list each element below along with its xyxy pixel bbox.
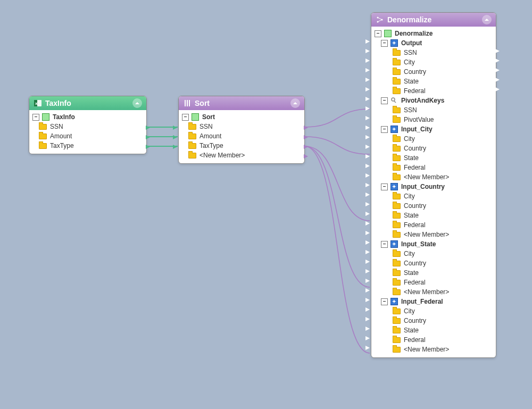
- field-row[interactable]: TaxType: [29, 141, 146, 151]
- output-port[interactable]: [495, 78, 501, 81]
- field-row[interactable]: Country: [371, 316, 496, 325]
- output-port[interactable]: [495, 49, 501, 53]
- input-port[interactable]: [365, 116, 371, 120]
- input-port[interactable]: [365, 87, 371, 91]
- section-row[interactable]: –✦Input_Country: [371, 182, 496, 191]
- collapse-toggle[interactable]: –: [182, 114, 189, 121]
- output-port[interactable]: [495, 59, 501, 62]
- node-sort[interactable]: Sort – Sort SSNAmountTaxType<New Member>: [178, 96, 305, 164]
- collapse-toggle[interactable]: –: [381, 126, 388, 133]
- input-port[interactable]: [365, 336, 371, 340]
- field-row[interactable]: Federal: [371, 278, 496, 287]
- tree-root[interactable]: – Sort: [179, 112, 304, 122]
- input-port[interactable]: [365, 279, 371, 282]
- input-port[interactable]: [365, 260, 371, 263]
- input-port[interactable]: [365, 250, 371, 254]
- field-row[interactable]: State: [371, 268, 496, 278]
- output-port[interactable]: [304, 154, 309, 158]
- field-row[interactable]: Country: [371, 201, 496, 211]
- input-port[interactable]: [365, 59, 371, 62]
- input-port[interactable]: [365, 164, 371, 168]
- field-row[interactable]: State: [371, 153, 496, 163]
- field-row[interactable]: City: [371, 57, 496, 67]
- field-row[interactable]: Federal: [371, 220, 496, 230]
- input-port[interactable]: [365, 39, 371, 43]
- input-port[interactable]: [365, 269, 371, 273]
- field-row[interactable]: State: [371, 325, 496, 335]
- input-port[interactable]: [365, 183, 371, 187]
- input-port[interactable]: [365, 202, 371, 206]
- collapse-toggle[interactable]: –: [375, 30, 381, 37]
- input-port[interactable]: [365, 288, 371, 292]
- input-port[interactable]: [365, 346, 371, 349]
- field-row[interactable]: <New Member>: [371, 230, 496, 239]
- node-denormalize-header[interactable]: Denormalize: [371, 13, 496, 27]
- collapse-button[interactable]: [482, 15, 492, 24]
- field-row[interactable]: City: [371, 249, 496, 258]
- input-port[interactable]: [365, 327, 371, 330]
- field-row[interactable]: <New Member>: [371, 345, 496, 354]
- collapse-toggle[interactable]: –: [32, 114, 39, 121]
- input-port[interactable]: [173, 145, 178, 148]
- field-row[interactable]: City: [371, 134, 496, 144]
- input-port[interactable]: [365, 78, 371, 81]
- output-port[interactable]: [304, 126, 309, 129]
- field-row[interactable]: SSN: [371, 105, 496, 115]
- collapse-toggle[interactable]: –: [381, 298, 388, 305]
- section-row[interactable]: –PivotAndKeys: [371, 96, 496, 105]
- output-port[interactable]: [495, 87, 501, 91]
- field-row[interactable]: Federal: [371, 163, 496, 172]
- field-row[interactable]: State: [371, 211, 496, 220]
- field-row[interactable]: Country: [371, 144, 496, 153]
- node-taxinfo-header[interactable]: x TaxInfo: [29, 96, 146, 110]
- field-row[interactable]: TaxType: [179, 141, 304, 151]
- field-row[interactable]: Federal: [371, 335, 496, 345]
- input-port[interactable]: [365, 126, 371, 129]
- collapse-button[interactable]: [132, 98, 142, 108]
- section-row[interactable]: –✦Input_City: [371, 124, 496, 134]
- input-port[interactable]: [365, 212, 371, 215]
- input-port[interactable]: [365, 49, 371, 53]
- node-taxinfo[interactable]: x TaxInfo – TaxInfo SSNAmountTaxType: [29, 96, 147, 154]
- input-port[interactable]: [365, 221, 371, 225]
- output-port[interactable]: [304, 145, 309, 148]
- input-port[interactable]: [365, 193, 371, 196]
- field-row[interactable]: Country: [371, 258, 496, 268]
- input-port[interactable]: [365, 135, 371, 139]
- input-port[interactable]: [365, 298, 371, 302]
- input-port[interactable]: [365, 173, 371, 177]
- collapse-toggle[interactable]: –: [381, 97, 388, 104]
- input-port[interactable]: [365, 97, 371, 101]
- field-row[interactable]: Federal: [371, 86, 496, 96]
- input-port[interactable]: [365, 145, 371, 148]
- field-row[interactable]: State: [371, 77, 496, 86]
- node-sort-header[interactable]: Sort: [179, 96, 304, 110]
- input-port[interactable]: [173, 135, 178, 139]
- collapse-toggle[interactable]: –: [381, 40, 388, 47]
- collapse-toggle[interactable]: –: [381, 183, 388, 190]
- field-row[interactable]: SSN: [371, 48, 496, 57]
- section-row[interactable]: –✦Output: [371, 38, 496, 48]
- field-row[interactable]: <New Member>: [179, 151, 304, 160]
- output-port[interactable]: [146, 135, 151, 139]
- input-port[interactable]: [365, 317, 371, 321]
- field-row[interactable]: SSN: [179, 122, 304, 131]
- input-port[interactable]: [365, 240, 371, 244]
- node-denormalize[interactable]: Denormalize – Denormalize –✦OutputSSNCit…: [371, 12, 496, 358]
- field-row[interactable]: PivotValue: [371, 115, 496, 124]
- field-row[interactable]: SSN: [29, 122, 146, 131]
- output-port[interactable]: [495, 68, 501, 72]
- input-port[interactable]: [365, 68, 371, 72]
- output-port[interactable]: [304, 135, 309, 139]
- field-row[interactable]: Amount: [179, 131, 304, 141]
- field-row[interactable]: <New Member>: [371, 287, 496, 297]
- collapse-toggle[interactable]: –: [381, 241, 388, 248]
- field-row[interactable]: Amount: [29, 131, 146, 141]
- tree-root[interactable]: – Denormalize: [371, 29, 496, 38]
- field-row[interactable]: City: [371, 306, 496, 316]
- input-port[interactable]: [365, 154, 371, 158]
- input-port[interactable]: [173, 126, 178, 129]
- input-port[interactable]: [365, 307, 371, 311]
- field-row[interactable]: Country: [371, 67, 496, 77]
- tree-root[interactable]: – TaxInfo: [29, 112, 146, 122]
